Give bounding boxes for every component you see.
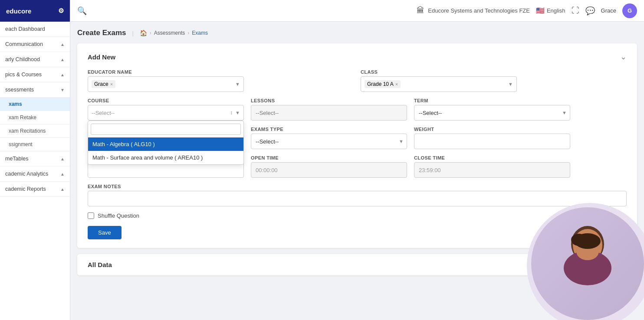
org-name: Educore Systems and Technologies FZE xyxy=(428,7,530,14)
dropdown-arrow-icon: ▼ xyxy=(235,82,240,87)
chevron-up-icon: ▲ xyxy=(60,42,65,47)
breadcrumb-assessments[interactable]: Assessments xyxy=(154,30,185,36)
course-search-input[interactable] xyxy=(91,124,241,135)
card-header: Add New ⌄ xyxy=(88,52,627,62)
exam-notes-input[interactable] xyxy=(88,191,627,206)
course-option-1-label: Math - Algebra ( ALG10 ) xyxy=(92,141,155,147)
sidebar-item-label: Communication xyxy=(5,41,43,47)
course-group: COURSE --Select-- ↕ ▼ Math - Algebra ( A… xyxy=(88,98,244,121)
chevron-up-icon: ▲ xyxy=(60,187,65,192)
shuffle-label: Shuffle Question xyxy=(98,212,139,219)
term-select-wrapper: --Select-- ▼ xyxy=(414,105,570,121)
exams-type-select-wrapper: --Select-- ▼ xyxy=(251,134,407,149)
form-row-1: EDUCATOR NAME Grace × ▼ CLASS Grade 10 A xyxy=(88,69,627,92)
open-time-input[interactable] xyxy=(251,162,407,178)
course-option-2-label: Math - Surface area and volume ( AREA10 … xyxy=(92,154,203,161)
lessons-group: LESSONS xyxy=(251,98,407,121)
sidebar-item-dashboard[interactable]: each Dashboard xyxy=(0,22,70,37)
language-label: English xyxy=(547,7,565,14)
sidebar-item-label: xams xyxy=(9,101,22,107)
sidebar-item-label: ssignment xyxy=(9,141,33,147)
breadcrumb-sep-2: › xyxy=(187,30,189,36)
flag-icon: 🇺🇸 xyxy=(536,7,545,15)
sidebar-item-label: ssessments xyxy=(5,87,34,93)
breadcrumb-sep-1: › xyxy=(150,30,151,36)
class-dropdown-arrow-icon: ▼ xyxy=(508,82,513,87)
shuffle-checkbox[interactable] xyxy=(88,212,94,219)
educator-name-tag: Grace × xyxy=(92,80,115,88)
term-select[interactable]: --Select-- xyxy=(414,105,570,121)
sidebar-item-assessments[interactable]: ssessments ▼ xyxy=(0,82,70,98)
sidebar-item-label: cademic Analytics xyxy=(5,171,48,177)
close-time-group: CLOSE TIME xyxy=(414,155,570,178)
sidebar-item-label: meTables xyxy=(5,156,29,162)
class-group: CLASS Grade 10 A × ▼ xyxy=(361,69,627,92)
sidebar-item-exam-recitations[interactable]: xam Recitations xyxy=(0,124,70,138)
close-time-input[interactable] xyxy=(414,162,570,178)
language-selector[interactable]: 🇺🇸 English xyxy=(536,7,565,15)
course-input[interactable]: --Select-- ↕ ▼ xyxy=(88,105,244,121)
exams-type-select[interactable]: --Select-- xyxy=(251,134,407,149)
chevron-up-icon: ▲ xyxy=(60,72,65,77)
breadcrumb-exams[interactable]: Exams xyxy=(192,30,208,36)
home-icon[interactable]: 🏠 xyxy=(140,29,147,36)
course-placeholder: --Select-- xyxy=(92,110,227,116)
collapse-icon[interactable]: ⌄ xyxy=(620,52,627,62)
sidebar-item-early-childhood[interactable]: arly Childhood ▲ xyxy=(0,52,70,67)
chat-icon[interactable]: 💬 xyxy=(585,6,595,16)
exam-notes-label: EXAM NOTES xyxy=(88,184,627,189)
sidebar-item-exams[interactable]: xams xyxy=(0,98,70,111)
exams-type-label: EXAMS TYPE xyxy=(251,127,407,132)
term-label: TERM xyxy=(414,98,570,103)
class-tag: Grade 10 A × xyxy=(365,80,401,88)
breadcrumb: Create Exams | 🏠 › Assessments › Exams xyxy=(77,29,637,37)
class-tag-remove-icon[interactable]: × xyxy=(395,82,398,87)
sidebar-item-label: xam Recitations xyxy=(9,128,46,134)
search-icon[interactable]: 🔍 xyxy=(77,6,87,16)
sidebar-item-assignment[interactable]: ssignment xyxy=(0,138,70,151)
sidebar-item-exam-retake[interactable]: xam Retake xyxy=(0,111,70,124)
chevron-up-icon: ▲ xyxy=(60,157,65,161)
header-right: 🏛 Educore Systems and Technologies FZE 🇺… xyxy=(417,3,637,18)
all-data-title: All Data xyxy=(88,261,112,268)
term-group: TERM --Select-- ▼ xyxy=(414,98,570,121)
org-info: 🏛 Educore Systems and Technologies FZE xyxy=(417,6,530,15)
shuffle-row: Shuffle Question xyxy=(88,212,627,219)
lessons-input[interactable] xyxy=(251,105,407,121)
logo-text: educore xyxy=(6,7,31,15)
sidebar-item-label: pics & Courses xyxy=(5,72,42,78)
open-time-label: OPEN TIME xyxy=(251,155,407,160)
educator-name-group: EDUCATOR NAME Grace × ▼ xyxy=(88,69,354,92)
course-label: COURSE xyxy=(88,98,244,103)
chevron-up-icon: ▲ xyxy=(60,57,65,62)
fullscreen-icon[interactable]: ⛶ xyxy=(572,6,579,15)
weight-input[interactable] xyxy=(414,134,570,149)
educator-name-label: EDUCATOR NAME xyxy=(88,69,354,75)
class-input[interactable]: Grade 10 A × ▼ xyxy=(361,76,517,92)
chevron-up-icon: ▲ xyxy=(60,172,65,176)
open-time-group: OPEN TIME xyxy=(251,155,407,178)
save-button[interactable]: Save xyxy=(88,226,122,239)
close-time-label: CLOSE TIME xyxy=(414,155,570,160)
divider: | xyxy=(132,30,133,36)
course-dropdown-arrow-icon: ▼ xyxy=(235,110,240,115)
class-label: CLASS xyxy=(361,69,627,75)
sidebar-item-label: arly Childhood xyxy=(5,56,40,62)
sidebar-item-communication[interactable]: Communication ▲ xyxy=(0,37,70,52)
chevron-down-icon: ▼ xyxy=(60,88,65,92)
weight-group: WEIGHT xyxy=(414,127,570,149)
course-option-1[interactable]: Math - Algebra ( ALG10 ) xyxy=(88,137,243,151)
lessons-label: LESSONS xyxy=(251,98,407,103)
sidebar: educore ⚙ each Dashboard Communication ▲… xyxy=(0,0,70,320)
sidebar-item-timetables[interactable]: meTables ▲ xyxy=(0,151,70,167)
course-option-2[interactable]: Math - Surface area and volume ( AREA10 … xyxy=(88,151,243,164)
educator-name-input[interactable]: Grace × ▼ xyxy=(88,76,244,92)
avatar[interactable]: G xyxy=(622,3,637,18)
sidebar-item-topics-courses[interactable]: pics & Courses ▲ xyxy=(0,67,70,82)
sidebar-item-label: cademic Reports xyxy=(5,186,46,192)
settings-icon[interactable]: ⚙ xyxy=(58,7,64,15)
sidebar-item-academic-reports[interactable]: cademic Reports ▲ xyxy=(0,182,70,197)
tag-remove-icon[interactable]: × xyxy=(110,82,113,87)
sidebar-item-academic-analytics[interactable]: cademic Analytics ▲ xyxy=(0,167,70,182)
header-left: 🔍 xyxy=(77,6,87,16)
